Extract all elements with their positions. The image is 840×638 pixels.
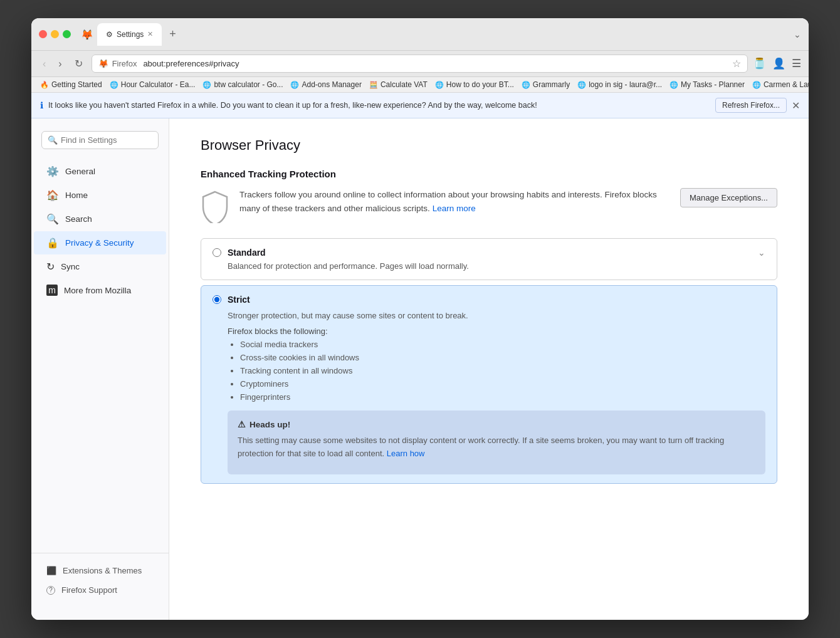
bookmark-label: btw calculator - Go... [214, 80, 283, 89]
title-bar: 🦊 ⚙ Settings ✕ + ⌄ [31, 18, 809, 51]
sidebar: 🔍 ⚙️ General 🏠 Home 🔍 Search 🔒 [31, 118, 169, 620]
firefox-support-link[interactable]: ? Firefox Support [34, 580, 166, 600]
sidebar-item-sync[interactable]: ↻ Sync [34, 255, 166, 278]
standard-radio[interactable] [213, 248, 221, 257]
learn-how-link[interactable]: Learn how [387, 449, 425, 458]
sidebar-item-home-label: Home [65, 191, 88, 200]
firefox-logo-icon: 🦊 [81, 29, 92, 40]
warning-icon: ⚠ [238, 419, 246, 429]
standard-option-header: Standard [213, 248, 266, 258]
nav-right-icons: 🫙 👤 ☰ [753, 57, 801, 70]
globe-icon: 🌐 [202, 81, 211, 89]
support-icon: ? [46, 586, 55, 595]
etp-text: Trackers follow you around online to col… [239, 188, 670, 215]
sidebar-item-search[interactable]: 🔍 Search [34, 207, 166, 231]
menu-icon[interactable]: ☰ [792, 57, 801, 70]
globe-icon: 🌐 [290, 81, 299, 89]
strict-option-header: Strict [213, 295, 765, 305]
reload-button[interactable]: ↻ [71, 56, 87, 71]
strict-desc: Stronger protection, but may cause some … [228, 311, 765, 320]
learn-more-link[interactable]: Learn more [433, 204, 476, 213]
browser-name-label: Firefox [112, 59, 137, 68]
forward-button[interactable]: › [55, 57, 65, 71]
pocket-icon[interactable]: 🫙 [753, 57, 766, 70]
strict-option-box[interactable]: Strict Stronger protection, but may caus… [201, 285, 777, 484]
bookmark-bt[interactable]: 🌐 How to do your BT... [435, 80, 514, 89]
bookmark-btw[interactable]: 🌐 btw calculator - Go... [202, 80, 283, 89]
bookmark-label: Add-ons Manager [302, 80, 361, 89]
traffic-lights [39, 30, 71, 38]
bookmark-logo[interactable]: 🌐 logo in sig - laura@r... [577, 80, 662, 89]
sync-icon: ↻ [46, 261, 55, 273]
globe-icon: 🧮 [369, 81, 378, 89]
minimize-traffic-light[interactable] [51, 30, 59, 38]
bookmark-label: Grammarly [533, 80, 570, 89]
close-traffic-light[interactable] [39, 30, 47, 38]
shield-icon-wrap [201, 191, 229, 226]
address-bar[interactable]: 🦊 Firefox ☆ [92, 55, 748, 73]
sidebar-item-mozilla-label: More from Mozilla [64, 286, 131, 295]
strict-blocks-intro: Firefox blocks the following: [228, 327, 765, 336]
info-icon: ℹ [40, 100, 43, 110]
url-input[interactable] [143, 59, 728, 68]
sidebar-item-privacy[interactable]: 🔒 Privacy & Security [34, 231, 166, 254]
content-panel: Browser Privacy Enhanced Tracking Protec… [169, 118, 809, 620]
sidebar-item-privacy-label: Privacy & Security [65, 238, 134, 248]
chevron-down-icon[interactable]: ⌄ [794, 29, 801, 39]
settings-tab[interactable]: ⚙ Settings ✕ [97, 23, 162, 46]
warning-title-text: Heads up! [249, 420, 290, 429]
list-item: Fingerprinters [240, 392, 765, 402]
sidebar-nav: ⚙️ General 🏠 Home 🔍 Search 🔒 Privacy & S… [31, 159, 169, 553]
manage-exceptions-button[interactable]: Manage Exceptions... [680, 188, 777, 207]
sidebar-item-search-label: Search [65, 214, 92, 224]
search-nav-icon: 🔍 [46, 213, 59, 225]
sidebar-item-mozilla[interactable]: m More from Mozilla [34, 279, 166, 301]
info-bar-close-button[interactable]: ✕ [792, 100, 800, 112]
tab-close-button[interactable]: ✕ [147, 30, 153, 38]
bookmark-grammarly[interactable]: 🌐 Grammarly [522, 80, 570, 89]
bookmark-label: How to do your BT... [446, 80, 514, 89]
globe-icon: 🌐 [669, 81, 678, 89]
search-icon: 🔍 [48, 135, 58, 145]
bookmark-star-icon[interactable]: ☆ [732, 58, 741, 70]
browser-window: 🦊 ⚙ Settings ✕ + ⌄ ‹ › ↻ 🦊 Firefox ☆ 🫙 👤… [31, 18, 809, 620]
sidebar-item-general[interactable]: ⚙️ General [34, 160, 166, 183]
strict-option-label: Strict [228, 295, 250, 305]
main-content: 🔍 ⚙️ General 🏠 Home 🔍 Search 🔒 [31, 118, 809, 620]
globe-icon: 🌐 [522, 81, 530, 89]
profile-icon[interactable]: 👤 [772, 57, 785, 70]
bookmark-vat[interactable]: 🧮 Calculate VAT [369, 80, 428, 89]
back-button[interactable]: ‹ [39, 57, 50, 71]
sidebar-item-home[interactable]: 🏠 Home [34, 184, 166, 207]
bookmark-carmen[interactable]: 🌐 Carmen & Laura - Pl... [752, 80, 809, 89]
bookmark-tasks[interactable]: 🌐 My Tasks - Planner [669, 80, 745, 89]
refresh-firefox-button[interactable]: Refresh Firefox... [715, 98, 787, 113]
extensions-themes-link[interactable]: ⬛ Extensions & Themes [34, 561, 166, 580]
sidebar-item-general-label: General [65, 167, 95, 176]
bookmark-label: Carmen & Laura - Pl... [764, 80, 809, 89]
bookmark-hour-calc[interactable]: 🌐 Hour Calculator - Ea... [110, 80, 196, 89]
strict-radio[interactable] [213, 295, 221, 304]
title-bar-right: ⌄ [794, 29, 801, 39]
list-item: Cryptominers [240, 379, 765, 389]
chevron-down-icon: ⌄ [758, 248, 765, 258]
home-icon: 🏠 [46, 189, 59, 201]
maximize-traffic-light[interactable] [63, 30, 71, 38]
mozilla-icon: m [46, 285, 58, 296]
new-tab-button[interactable]: + [164, 25, 181, 43]
bookmark-addons[interactable]: 🌐 Add-ons Manager [290, 80, 361, 89]
nav-bar: ‹ › ↻ 🦊 Firefox ☆ 🫙 👤 ☰ [31, 51, 809, 77]
find-in-settings-input[interactable] [41, 131, 159, 149]
standard-option-header-row: Standard ⌄ [213, 248, 765, 258]
warning-title: ⚠ Heads up! [238, 419, 755, 429]
etp-section-title: Enhanced Tracking Protection [201, 169, 777, 179]
bookmark-label: My Tasks - Planner [681, 80, 745, 89]
shield-icon [201, 191, 229, 223]
bookmark-getting-started[interactable]: 🔥 Getting Started [40, 80, 102, 89]
support-label: Firefox Support [61, 585, 117, 595]
globe-icon: 🌐 [435, 81, 444, 89]
list-item: Tracking content in all windows [240, 366, 765, 375]
sidebar-bottom: ⬛ Extensions & Themes ? Firefox Support [31, 553, 169, 607]
extensions-label: Extensions & Themes [63, 566, 142, 575]
standard-option-box[interactable]: Standard ⌄ Balanced for protection and p… [201, 238, 777, 280]
